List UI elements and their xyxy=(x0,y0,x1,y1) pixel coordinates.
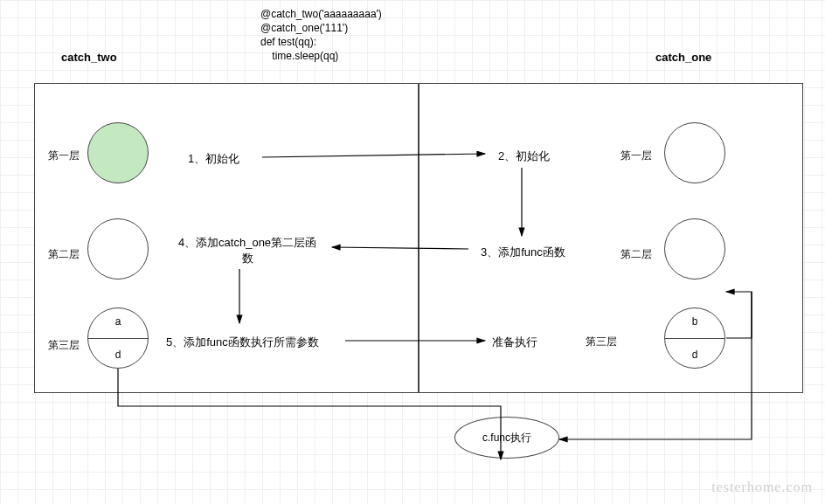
cfunc-ellipse: c.func执行 xyxy=(454,417,559,459)
step-5: 5、添加func函数执行所需参数 xyxy=(166,335,319,350)
step-4: 4、添加catch_one第二层函数 xyxy=(173,235,322,266)
step-1: 1、初始化 xyxy=(188,151,239,167)
circle-left3-bottom-label: d xyxy=(88,349,148,361)
label-layer1-left: 第一层 xyxy=(48,148,80,163)
circle-right3-bottom-label: d xyxy=(665,349,724,361)
code-line-3: def test(qq): xyxy=(260,36,316,48)
circle-right-layer3: b d xyxy=(664,307,725,369)
code-line-2: @catch_one('111') xyxy=(260,22,348,34)
circle-left-layer2 xyxy=(87,218,149,280)
label-layer3-right: 第三层 xyxy=(586,335,617,349)
label-layer1-right: 第一层 xyxy=(620,148,652,163)
step-6: 准备执行 xyxy=(492,335,537,350)
step-3: 3、添加func函数 xyxy=(481,245,565,260)
divider-line xyxy=(88,338,148,339)
label-layer3-left: 第三层 xyxy=(48,338,80,353)
title-catch-two: catch_two xyxy=(61,51,117,64)
circle-left-layer1 xyxy=(87,122,149,183)
circle-left-layer3: a d xyxy=(87,307,149,369)
code-block: @catch_two('aaaaaaaaa') @catch_one('111'… xyxy=(260,7,382,63)
label-layer2-left: 第二层 xyxy=(48,247,80,262)
step-2: 2、初始化 xyxy=(498,148,550,164)
watermark: testerhome.com xyxy=(711,480,813,495)
circle-left3-top-label: a xyxy=(88,315,148,328)
circle-right3-top-label: b xyxy=(665,315,724,328)
code-line-4: time.sleep(qq) xyxy=(260,50,338,62)
circle-right-layer1 xyxy=(664,122,725,183)
cfunc-label: c.func执行 xyxy=(482,431,531,445)
title-catch-one: catch_one xyxy=(655,51,711,64)
code-line-1: @catch_two('aaaaaaaaa') xyxy=(260,8,382,20)
divider-line xyxy=(665,338,724,339)
circle-right-layer2 xyxy=(664,218,725,280)
label-layer2-right: 第二层 xyxy=(620,247,652,262)
